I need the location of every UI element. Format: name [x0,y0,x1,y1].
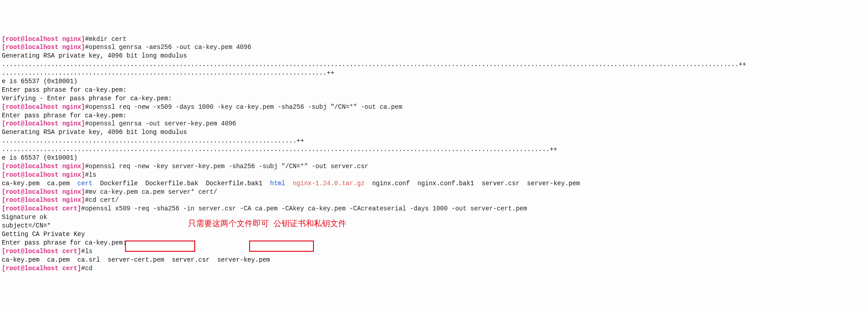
output-line: ........................................… [2,61,746,68]
output-line: Enter pass phrase for ca-key.pem: [2,112,126,119]
prompt-line: [root@localhost nginx]# [2,103,89,111]
prompt-line: [root@localhost nginx]# [2,196,89,204]
prompt-line: [root@localhost nginx]# [2,44,89,51]
output-line: ........................................… [2,69,334,76]
output-line: Signature ok [2,214,47,221]
archive-nginx: nginx-1.24.0.tar.gz [293,180,365,187]
cmd-req-server: openssl req -new -key server-key.pem -sh… [89,163,368,170]
cmd-cd-cert: cd cert/ [89,196,119,204]
output-line: ........................................… [2,146,557,153]
output-line: subject=/CN=* [2,222,51,229]
highlight-box-server-cert [125,241,195,252]
cmd-ls-cert: ls [85,248,93,255]
terminal-output: [root@localhost nginx]#mkdir cert [root@… [0,34,868,274]
cmd-x509: openssl x509 -req -sha256 -in server.csr… [85,205,527,212]
cmd-cd: cd [85,265,93,272]
cmd-mkdir: mkdir cert [89,36,126,43]
prompt-line: [root@localhost nginx]# [2,171,89,178]
prompt-line: [root@localhost nginx]# [2,36,89,43]
cmd-ls-nginx: ls [89,171,96,178]
output-line: e is 65537 (0x10001) [2,154,77,161]
ls-output-cert: ca-key.pem ca.pem ca.srl server-cert.pem… [2,256,270,263]
ls-output-nginx: ca-key.pem ca.pem cert Dockerfile Docker… [2,180,580,187]
output-line: Enter pass phrase for ca-key.pem: [2,239,126,246]
output-line: Generating RSA private key, 4096 bit lon… [2,52,187,59]
cmd-mv: mv ca-key.pem ca.pem server* cert/ [89,188,217,196]
highlight-box-server-key [249,241,314,252]
prompt-line: [root@localhost nginx]# [2,163,89,170]
dir-html: html [270,180,286,187]
cmd-genrsa-server: openssl genrsa -out server-key.pem 4096 [89,120,236,127]
cmd-genrsa-ca: openssl genrsa -aes256 -out ca-key.pem 4… [89,44,251,51]
output-line: Generating RSA private key, 4096 bit lon… [2,129,187,136]
prompt-line: [root@localhost cert]# [2,248,85,255]
prompt-line: [root@localhost cert]# [2,265,85,272]
prompt-line: [root@localhost cert]# [2,205,85,212]
output-line: Enter pass phrase for ca-key.pem: [2,86,126,94]
output-line: ........................................… [2,137,304,144]
output-line: Getting CA Private Key [2,231,85,238]
dir-cert: cert [77,180,93,187]
prompt-line: [root@localhost nginx]# [2,120,89,127]
annotation-text: 只需要这两个文件即可 公钥证书和私钥文件 [188,218,346,229]
output-line: e is 65537 (0x10001) [2,78,77,85]
output-line: Verifying - Enter pass phrase for ca-key… [2,95,172,102]
prompt-line: [root@localhost nginx]# [2,188,89,196]
cmd-req-ca: openssl req -new -x509 -days 1000 -key c… [89,103,402,111]
